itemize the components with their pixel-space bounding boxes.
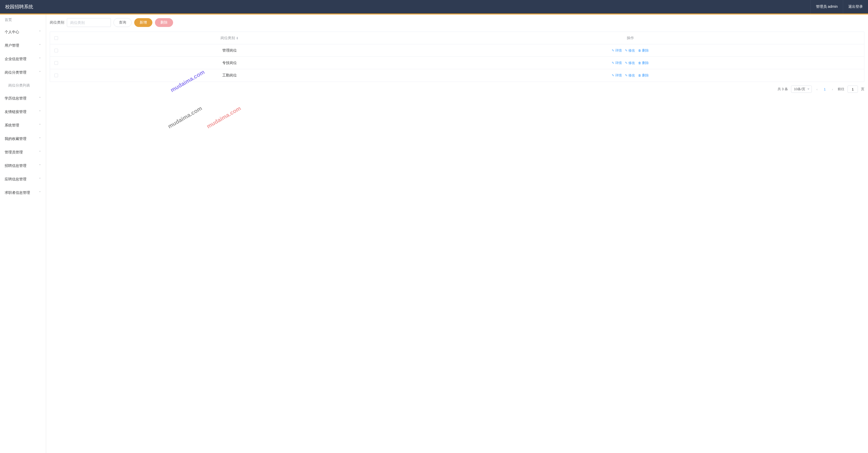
- header-category[interactable]: 岗位类别 ▲▼: [62, 36, 397, 40]
- goto-label: 前往: [838, 87, 844, 91]
- chevron-down-icon: ˅: [39, 191, 41, 194]
- chevron-down-icon: ˅: [39, 110, 41, 114]
- cell-category: 管理岗位: [62, 48, 397, 53]
- page-number[interactable]: 1: [822, 87, 827, 91]
- sidebar-item-label: 个人中心: [5, 30, 19, 34]
- row-delete-link[interactable]: 🗑删除: [638, 61, 649, 65]
- pagination: 共 3 条 10条/页 ‹ 1 › 前往 页: [50, 86, 864, 93]
- sidebar-item-label: 我的收藏管理: [5, 137, 26, 141]
- edit-icon: ✎: [625, 73, 627, 77]
- table-row: 管理岗位✎详情✎修改🗑删除: [50, 44, 864, 57]
- goto-input[interactable]: [847, 86, 858, 93]
- sidebar-item[interactable]: 个人中心˅: [0, 25, 46, 39]
- filter-label: 岗位类别: [50, 20, 64, 25]
- chevron-down-icon: ˅: [39, 178, 41, 181]
- sidebar-item-label: 学历信息管理: [5, 96, 26, 101]
- select-all-checkbox[interactable]: [54, 36, 58, 40]
- sidebar-item-label: 企业信息管理: [5, 57, 26, 61]
- sidebar-item-label: 用户管理: [5, 43, 19, 48]
- sidebar-item-label: 应聘信息管理: [5, 177, 26, 182]
- logout-button[interactable]: 退出登录: [843, 0, 868, 13]
- detail-icon: ✎: [612, 73, 614, 77]
- delete-icon: 🗑: [638, 73, 641, 77]
- chevron-down-icon: ˅: [39, 164, 41, 168]
- sidebar-item[interactable]: 系统管理˅: [0, 119, 46, 132]
- table-row: 专技岗位✎详情✎修改🗑删除: [50, 57, 864, 69]
- header-actions: 操作: [397, 36, 864, 40]
- row-delete-link[interactable]: 🗑删除: [638, 73, 649, 78]
- edit-link[interactable]: ✎修改: [625, 61, 635, 65]
- filter-bar: 岗位类别 查询 新增 删除: [50, 18, 864, 27]
- detail-icon: ✎: [612, 49, 614, 52]
- header-right: 管理员 admin 退出登录: [810, 0, 868, 13]
- row-checkbox[interactable]: [54, 73, 58, 77]
- app-header: 校园招聘系统 管理员 admin 退出登录: [0, 0, 868, 13]
- edit-link[interactable]: ✎修改: [625, 48, 635, 53]
- chevron-down-icon: ˅: [39, 30, 41, 34]
- sidebar-item[interactable]: 管理员管理˅: [0, 146, 46, 159]
- sidebar-item-label: 招聘信息管理: [5, 163, 26, 168]
- row-checkbox[interactable]: [54, 49, 58, 52]
- detail-link[interactable]: ✎详情: [612, 73, 622, 78]
- cell-actions: ✎详情✎修改🗑删除: [397, 73, 864, 78]
- chevron-down-icon: ˅: [39, 124, 41, 127]
- sidebar-item[interactable]: 应聘信息管理˅: [0, 173, 46, 186]
- chevron-down-icon: ˅: [39, 137, 41, 141]
- sidebar: 首页 个人中心˅用户管理˅企业信息管理˅岗位分类管理˄岗位分类列表学历信息管理˅…: [0, 14, 46, 453]
- page-suffix: 页: [861, 87, 864, 91]
- category-input[interactable]: [67, 18, 111, 27]
- edit-icon: ✎: [625, 61, 627, 65]
- sidebar-item-label: 友情链接管理: [5, 110, 26, 114]
- chevron-down-icon: ˅: [39, 97, 41, 100]
- sidebar-home[interactable]: 首页: [0, 14, 46, 25]
- delete-button[interactable]: 删除: [155, 18, 173, 27]
- row-checkbox[interactable]: [54, 61, 58, 65]
- detail-link[interactable]: ✎详情: [612, 61, 622, 65]
- delete-icon: 🗑: [638, 49, 641, 52]
- sort-icon[interactable]: ▲▼: [236, 36, 239, 40]
- pagination-total: 共 3 条: [778, 87, 788, 91]
- chevron-down-icon: ˅: [39, 44, 41, 48]
- delete-icon: 🗑: [638, 61, 641, 65]
- next-page-icon[interactable]: ›: [831, 87, 835, 91]
- table-header-row: 岗位类别 ▲▼ 操作: [50, 32, 864, 44]
- main-content: 岗位类别 查询 新增 删除 岗位类别 ▲▼ 操作 管理岗位✎详情✎修改🗑删除专技…: [46, 14, 868, 453]
- chevron-down-icon: ˅: [39, 57, 41, 61]
- prev-page-icon[interactable]: ‹: [815, 87, 819, 91]
- header-checkbox-cell: [50, 36, 62, 40]
- table-row: 工勤岗位✎详情✎修改🗑删除: [50, 69, 864, 82]
- page-size-select[interactable]: 10条/页: [791, 86, 812, 93]
- cell-actions: ✎详情✎修改🗑删除: [397, 48, 864, 53]
- user-info[interactable]: 管理员 admin: [810, 0, 843, 13]
- row-delete-link[interactable]: 🗑删除: [638, 48, 649, 53]
- data-table: 岗位类别 ▲▼ 操作 管理岗位✎详情✎修改🗑删除专技岗位✎详情✎修改🗑删除工勤岗…: [50, 32, 864, 82]
- cell-category: 专技岗位: [62, 61, 397, 65]
- sidebar-item[interactable]: 用户管理˅: [0, 39, 46, 52]
- sidebar-item[interactable]: 友情链接管理˅: [0, 105, 46, 119]
- add-button[interactable]: 新增: [134, 18, 152, 27]
- detail-link[interactable]: ✎详情: [612, 48, 622, 53]
- sidebar-item[interactable]: 招聘信息管理˅: [0, 159, 46, 173]
- edit-icon: ✎: [625, 49, 627, 52]
- sidebar-item[interactable]: 学历信息管理˅: [0, 92, 46, 105]
- chevron-up-icon: ˄: [39, 71, 41, 74]
- app-title: 校园招聘系统: [0, 4, 33, 10]
- detail-icon: ✎: [612, 61, 614, 65]
- sidebar-item-label: 岗位分类管理: [5, 70, 26, 75]
- sidebar-item[interactable]: 岗位分类管理˄: [0, 66, 46, 79]
- sidebar-item[interactable]: 求职者信息管理˅: [0, 186, 46, 200]
- sidebar-subitem[interactable]: 岗位分类列表: [0, 79, 46, 92]
- chevron-down-icon: ˅: [39, 151, 41, 154]
- sidebar-item[interactable]: 企业信息管理˅: [0, 52, 46, 66]
- cell-category: 工勤岗位: [62, 73, 397, 78]
- edit-link[interactable]: ✎修改: [625, 73, 635, 78]
- search-button[interactable]: 查询: [114, 18, 132, 27]
- sidebar-item[interactable]: 我的收藏管理˅: [0, 132, 46, 146]
- cell-actions: ✎详情✎修改🗑删除: [397, 61, 864, 65]
- sidebar-item-label: 管理员管理: [5, 150, 23, 155]
- sidebar-item-label: 求职者信息管理: [5, 190, 30, 195]
- sidebar-item-label: 系统管理: [5, 123, 19, 128]
